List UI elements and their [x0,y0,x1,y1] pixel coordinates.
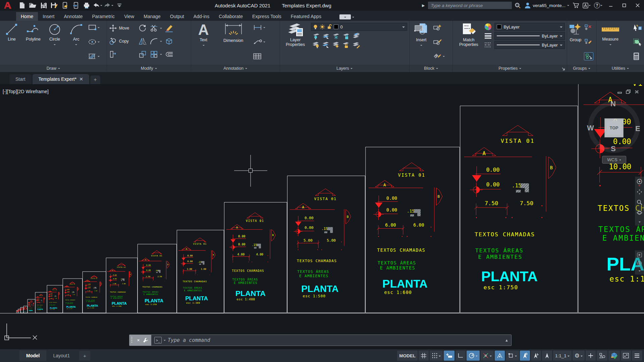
select-all-tool[interactable] [633,38,642,46]
modify-panel-label[interactable]: Modify [107,65,191,72]
navigation-bar[interactable] [635,177,644,226]
annotation-visibility-toggle[interactable] [520,351,530,361]
workspace-options-icon[interactable] [581,356,583,358]
ribbon-tab-annotate[interactable]: Annotate [59,12,87,21]
open-from-mobile-button[interactable] [60,1,70,10]
navigation-bar-extra[interactable] [635,250,644,275]
plan-sheet-1-400[interactable]: VISTA 01 A 0.00 0.00 .15 4.00 4.00 B TEX… [224,202,287,313]
plan-sheet-1-250[interactable]: VISTA 01 A 0.00 0.00 .15 2.50 2.50 B TEX… [138,244,177,313]
layer-merge-tool[interactable] [352,42,361,48]
edit-attributes-tool[interactable] [433,52,445,60]
osnap-2d-options-icon[interactable] [515,356,517,358]
app-store-cart-icon[interactable] [573,2,579,8]
model-tab[interactable]: Model [19,350,46,361]
block-panel-label[interactable]: Block [410,65,452,72]
ellipse-tool[interactable] [88,38,100,46]
group-edit-tool[interactable] [584,38,593,46]
plan-sheet-1-125[interactable]: VISTA 01 A 0.00 0.00 .15 1.25 1.25 B TEX… [63,279,83,313]
create-block-tool[interactable] [433,23,445,32]
new-drawing-tab-button[interactable]: + [90,75,100,84]
viewport-minimize-icon[interactable] [617,89,623,94]
osnap-2d-toggle[interactable] [506,351,519,361]
ungroup-tool[interactable] [584,23,593,32]
annotation-monitor-button[interactable] [586,351,596,361]
text-flyout-icon[interactable] [203,45,205,47]
ribbon-tab-home[interactable]: Home [16,12,38,21]
layer-previous-tool[interactable] [322,42,330,48]
move-tool[interactable]: Move [109,24,139,32]
save-button[interactable] [39,1,48,10]
layer-properties-button[interactable]: Layer Properties [282,22,309,47]
lineweight-combo[interactable]: ByLayer [494,32,565,40]
polar-tracking-toggle[interactable] [467,351,480,361]
annotation-scale-button[interactable] [542,351,552,361]
ribbon-collapse-options-icon[interactable] [352,17,354,19]
fillet-tool[interactable] [150,38,165,45]
leader-tool[interactable] [253,38,265,46]
grid-toggle[interactable] [419,351,429,361]
match-properties-tool[interactable]: Match Properties [455,22,482,47]
close-window-button[interactable] [633,1,643,10]
navbar2-more-icon[interactable] [639,270,641,273]
orbit-icon[interactable] [637,210,642,216]
viewcube-top-face[interactable]: TOP [604,118,624,137]
autocad-logo-icon[interactable] [0,0,15,11]
line-tool[interactable]: Line [2,22,21,42]
command-recent-icon[interactable]: ▲ [502,338,511,342]
object-snap-toggle[interactable] [495,351,505,361]
plan-sheet-1-100[interactable]: VISTA 01 A 0.00 0.00 .15 1.00 1.00 B TEX… [47,285,63,313]
viewcube-west[interactable]: W [587,124,594,132]
properties-panel-label[interactable]: Properties [453,65,567,72]
text-tool[interactable]: A Text [193,22,214,47]
command-line-grip[interactable] [129,335,134,346]
model-space-toggle[interactable]: MODEL [397,351,418,361]
layout1-tab[interactable]: Layout1 [46,350,76,361]
plan-sheet-1-300[interactable]: VISTA 01 A 0.00 0.00 .15 3.00 3.00 B TEX… [177,230,224,313]
quick-select-tool[interactable] [633,23,642,32]
new-file-button[interactable] [17,1,27,10]
linetype-icon[interactable] [484,42,492,48]
offset-tool[interactable] [165,51,176,58]
polyline-tool[interactable]: Polyline [23,22,43,42]
scale-value-button[interactable]: 1:1_1 [553,351,572,361]
scale-options-icon[interactable] [568,356,570,358]
layer-lock-tool[interactable] [342,33,350,40]
layer-unlock-all-tool[interactable] [342,42,351,48]
draw-panel-label[interactable]: Draw [0,65,107,72]
ribbon-tab-add-ins[interactable]: Add-ins [189,12,214,21]
redo-button[interactable] [104,2,113,8]
polar-options-icon[interactable] [476,356,478,358]
ribbon-tab-featured-apps[interactable]: Featured Apps [286,12,326,21]
hatch-tool[interactable] [88,52,100,60]
clean-screen-button[interactable] [621,351,631,361]
measure-tool[interactable]: Measure [599,22,622,46]
plan-sheet-1-15[interactable]: VISTA 01 A 0.00 0.00 .15 0.15 0.15 B TEX… [18,309,20,313]
edit-block-tool[interactable] [433,38,445,46]
zoom-icon[interactable] [637,199,642,205]
signin-user-menu[interactable]: vera65_monte... [524,2,569,9]
steering-wheel-icon[interactable] [637,261,642,266]
mirror-tool[interactable] [139,38,150,45]
rotate-tool[interactable] [139,24,150,32]
annotation-panel-label[interactable]: Annotation [191,65,280,72]
plan-sheet-1-20[interactable]: VISTA 01 A 0.00 0.00 .15 0.20 0.20 B TEX… [20,307,23,313]
ribbon-collapse-button[interactable] [339,14,351,19]
viewcube-east[interactable]: E [635,124,640,133]
maximize-window-button[interactable] [619,1,629,10]
ribbon-tab-collaborate[interactable]: Collaborate [214,12,248,21]
command-line-palette[interactable]: × >_ ▲ [129,335,512,346]
copy-tool[interactable]: Copy [109,37,139,45]
undo-button[interactable] [93,2,102,8]
object-snap-tracking-toggle[interactable] [481,351,494,361]
ribbon-tab-express-tools[interactable]: Express Tools [248,12,286,21]
properties-launcher-icon[interactable] [562,67,565,71]
object-color-combo[interactable]: ByLayer [494,23,565,31]
layer-isolate-tool[interactable] [312,33,320,40]
show-motion-icon[interactable] [637,252,642,257]
ribbon-tab-output[interactable]: Output [165,12,189,21]
workspace-switching-button[interactable]: ⚙ [573,351,585,361]
snap-options-icon[interactable] [439,356,441,358]
save-to-mobile-button[interactable] [71,1,80,10]
plan-sheet-1-150[interactable]: VISTA 01 A 0.00 0.00 .15 1.50 1.50 B TEX… [83,272,106,313]
isolate-objects-button[interactable] [597,351,607,361]
